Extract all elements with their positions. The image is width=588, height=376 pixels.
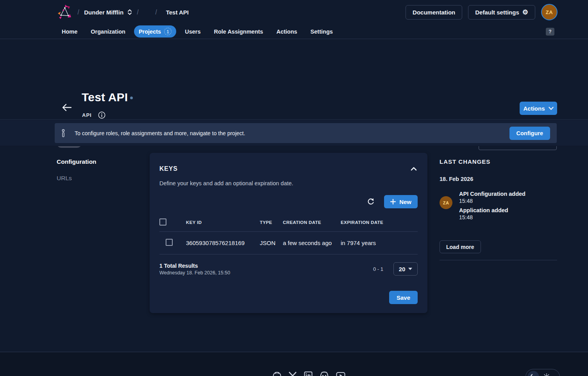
discord-icon[interactable] xyxy=(319,371,329,376)
breadcrumb: / Dunder Mifflin / / Test API xyxy=(0,4,189,21)
chevron-down-icon xyxy=(549,107,554,110)
save-button[interactable]: Save xyxy=(389,291,418,304)
back-button[interactable] xyxy=(62,102,72,113)
last-changes-title: LAST CHANGES xyxy=(440,158,557,165)
org-switcher[interactable]: Dunder Mifflin xyxy=(84,9,132,16)
change-action: Application added xyxy=(459,207,525,213)
projects-count-badge: 1 xyxy=(164,28,172,35)
info-icon[interactable] xyxy=(98,111,105,119)
nav-tab-home[interactable]: Home xyxy=(57,26,82,37)
column-header-expiration-date: EXPIRATION DATE xyxy=(341,215,418,232)
app-logo-icon[interactable] xyxy=(57,4,73,21)
x-icon[interactable] xyxy=(288,371,297,376)
documentation-label: Documentation xyxy=(413,9,455,16)
nav-tab-actions[interactable]: Actions xyxy=(272,26,302,37)
main-nav: Home Organization Projects 1 Users Role … xyxy=(0,24,588,39)
configure-button[interactable]: Configure xyxy=(509,127,550,140)
nav-tab-role-assignments[interactable]: Role Assignments xyxy=(209,26,268,37)
keys-card: KEYS Define your keys and add an optiona… xyxy=(150,153,427,313)
key-id-cell: 360593078576218169 xyxy=(186,232,260,254)
unfold-icon xyxy=(127,9,132,15)
default-settings-button[interactable]: Default settings ⚙ xyxy=(468,5,535,20)
status-dot xyxy=(130,97,133,99)
page-size-select[interactable]: 20 xyxy=(393,262,418,276)
collapse-button[interactable] xyxy=(410,165,418,173)
refresh-button[interactable] xyxy=(367,198,375,206)
change-action: API Configuration added xyxy=(459,191,525,197)
changes-date: 18. Feb 2026 xyxy=(440,176,557,182)
sidebar-item-urls[interactable]: URLs xyxy=(57,175,135,182)
app-detail-header: Test API API Actions Status Active Authe… xyxy=(0,39,588,120)
keys-table: KEY ID TYPE CREATION DATE EXPIRATION DAT… xyxy=(159,215,418,254)
breadcrumb-separator: / xyxy=(155,8,157,16)
nav-tab-projects-label: Projects xyxy=(139,29,161,35)
org-name: Dunder Mifflin xyxy=(84,9,123,16)
github-icon[interactable] xyxy=(272,371,282,376)
change-time: 15:48 xyxy=(459,214,525,220)
row-checkbox[interactable] xyxy=(166,239,173,246)
column-header-type: TYPE xyxy=(260,215,283,232)
divider xyxy=(440,260,557,260)
load-more-button[interactable]: Load more xyxy=(440,240,481,253)
page-title: Test API xyxy=(82,91,128,104)
new-key-label: New xyxy=(399,199,411,205)
key-type-cell: JSON xyxy=(260,232,283,254)
key-table-row[interactable]: 360593078576218169 JSON a few seconds ag… xyxy=(159,232,418,254)
gear-icon: ⚙ xyxy=(522,9,528,16)
total-results: 1 Total Results xyxy=(159,263,230,269)
sidebar-item-configuration[interactable]: Configuration xyxy=(57,158,135,165)
change-avatar: ZA xyxy=(440,196,452,209)
results-timestamp: Wednesday 18. Feb 2026, 15:50 xyxy=(159,270,230,276)
change-entries: API Configuration added 15:48 Applicatio… xyxy=(459,191,525,224)
documentation-button[interactable]: Documentation xyxy=(406,5,462,20)
help-button[interactable]: ? xyxy=(546,28,554,36)
change-time: 15:48 xyxy=(459,198,525,204)
info-banner: To configure roles, role assignments and… xyxy=(55,123,557,143)
refresh-icon xyxy=(367,198,375,206)
default-settings-label: Default settings xyxy=(475,9,519,16)
theme-toggle[interactable] xyxy=(525,369,560,376)
nav-tab-organization[interactable]: Organization xyxy=(86,26,130,37)
pagination-range: 0 - 1 xyxy=(373,266,383,272)
youtube-icon[interactable] xyxy=(336,371,346,376)
user-avatar[interactable]: ZA xyxy=(541,4,558,20)
plus-icon xyxy=(390,199,396,204)
banner-message: To configure roles, role assignments and… xyxy=(75,130,245,136)
top-bar-actions: Documentation Default settings ⚙ ZA xyxy=(406,4,588,20)
breadcrumb-project[interactable]: Test API xyxy=(166,9,189,16)
settings-side-nav: Configuration URLs xyxy=(57,158,135,191)
column-header-creation-date: CREATION DATE xyxy=(283,215,341,232)
top-bar: / Dunder Mifflin / / Test API Documentat… xyxy=(0,0,588,24)
sun-icon xyxy=(543,373,550,376)
keys-card-header: KEYS xyxy=(159,165,418,173)
actions-dropdown-button[interactable]: Actions xyxy=(520,102,557,115)
caret-down-icon xyxy=(408,268,412,270)
banner-strip: To configure roles, role assignments and… xyxy=(0,120,588,146)
select-all-checkbox[interactable] xyxy=(159,218,166,226)
new-key-button[interactable]: New xyxy=(384,195,418,208)
social-links xyxy=(272,371,346,376)
page-footer xyxy=(0,352,588,376)
nav-tab-settings[interactable]: Settings xyxy=(306,26,338,37)
breadcrumb-separator: / xyxy=(78,8,79,16)
info-lamp-icon xyxy=(61,129,65,138)
app-type-label: API xyxy=(82,112,92,118)
nav-tab-projects[interactable]: Projects 1 xyxy=(134,25,176,38)
keys-card-title: KEYS xyxy=(159,165,178,172)
pagination: 0 - 1 20 xyxy=(373,262,418,276)
chevron-up-icon xyxy=(411,167,417,171)
page-size-value: 20 xyxy=(399,266,406,272)
column-header-key-id: KEY ID xyxy=(186,215,260,232)
card-save-row: Save xyxy=(159,291,418,304)
linkedin-icon[interactable] xyxy=(304,371,313,376)
application-window: / Dunder Mifflin / / Test API Documentat… xyxy=(0,0,588,376)
nav-tab-users[interactable]: Users xyxy=(180,26,205,37)
keys-card-description: Define your keys and add an optional exp… xyxy=(159,180,418,186)
breadcrumb-separator: / xyxy=(137,8,139,16)
actions-label: Actions xyxy=(523,105,545,112)
table-footer: 1 Total Results Wednesday 18. Feb 2026, … xyxy=(159,262,418,276)
moon-icon xyxy=(527,371,539,376)
app-type-row: API xyxy=(82,111,105,119)
results-summary: 1 Total Results Wednesday 18. Feb 2026, … xyxy=(159,263,230,276)
key-expiration-cell: in 7974 years xyxy=(341,232,418,254)
